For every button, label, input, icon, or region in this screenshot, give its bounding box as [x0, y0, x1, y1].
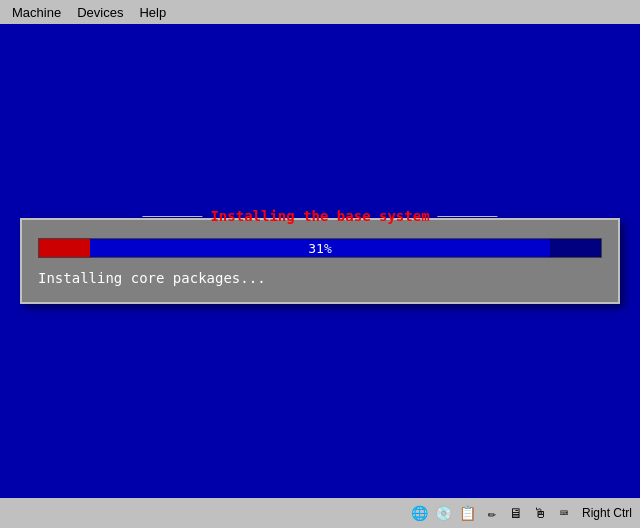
- install-status-text: Installing core packages...: [38, 270, 602, 286]
- statusbar-icon-cd[interactable]: 💿: [434, 503, 454, 523]
- progress-bar-container: 31%: [38, 238, 602, 258]
- menubar: Machine Devices Help: [0, 0, 640, 24]
- dialog-title: Installing the base system: [210, 208, 429, 224]
- main-area: Installing the base system 31% Installin…: [0, 24, 640, 498]
- menu-help[interactable]: Help: [131, 3, 174, 22]
- progress-label: 31%: [39, 241, 601, 256]
- statusbar: 🌐 💿 📋 ✏️ 🖥 🖱 ⌨ Right Ctrl: [0, 498, 640, 528]
- title-line-left: [142, 216, 202, 217]
- statusbar-icon-display[interactable]: 🖥: [506, 503, 526, 523]
- statusbar-icon-usb[interactable]: 📋: [458, 503, 478, 523]
- title-line-right: [438, 216, 498, 217]
- install-dialog: Installing the base system 31% Installin…: [20, 218, 620, 304]
- menu-devices[interactable]: Devices: [69, 3, 131, 22]
- dialog-title-bar: Installing the base system: [142, 208, 497, 224]
- statusbar-icon-keyboard[interactable]: ⌨: [554, 503, 574, 523]
- statusbar-icon-network[interactable]: 🌐: [410, 503, 430, 523]
- statusbar-icon-pointer[interactable]: ✏️: [482, 503, 502, 523]
- right-ctrl-label: Right Ctrl: [582, 506, 632, 520]
- statusbar-icon-mouse[interactable]: 🖱: [530, 503, 550, 523]
- menu-machine[interactable]: Machine: [4, 3, 69, 22]
